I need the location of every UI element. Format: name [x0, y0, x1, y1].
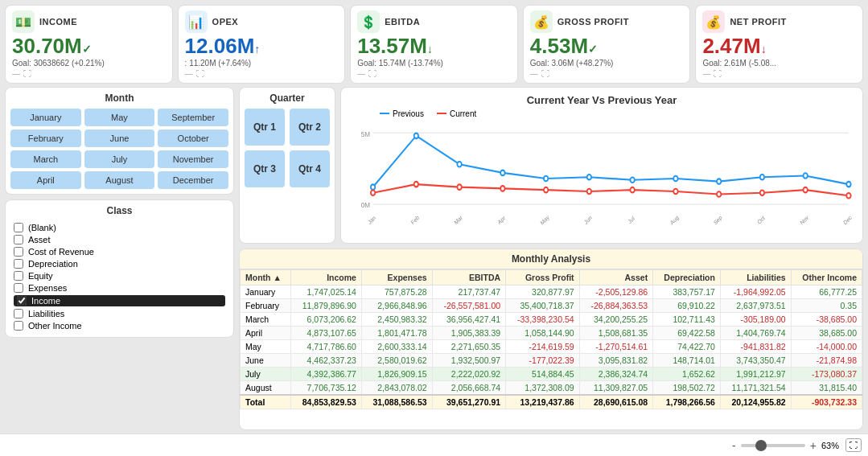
- expand-icon-grossprofit[interactable]: ⛶: [541, 69, 549, 78]
- row-value: 7,706,735.12: [291, 380, 362, 395]
- row-value: 217,737.47: [432, 285, 506, 298]
- class-checkbox-liabilities[interactable]: [14, 309, 23, 318]
- quarter-btn-qtr-4[interactable]: Qtr 4: [290, 150, 330, 187]
- svg-text:May: May: [540, 213, 551, 225]
- class-item-equity[interactable]: Equity: [14, 271, 225, 281]
- table-wrapper[interactable]: Month ▲IncomeExpensesEBITDAGross ProfitA…: [240, 269, 862, 429]
- fullscreen-button[interactable]: ⛶: [845, 438, 862, 452]
- month-btn-september[interactable]: September: [158, 109, 228, 126]
- zoom-controls: - + 63%: [732, 439, 839, 452]
- class-checkbox-cost-of-revenue[interactable]: [14, 247, 23, 257]
- row-value: 1,826,909.15: [361, 367, 432, 380]
- col-header-income[interactable]: Income: [291, 269, 362, 285]
- col-header-gross-profit[interactable]: Gross Profit: [506, 269, 580, 285]
- quarter-btn-qtr-3[interactable]: Qtr 3: [245, 150, 285, 187]
- zoom-out-button[interactable]: -: [732, 439, 736, 452]
- zoom-slider[interactable]: [741, 444, 805, 447]
- class-item-asset[interactable]: Asset: [14, 235, 225, 244]
- class-item-income[interactable]: Income: [14, 295, 225, 306]
- kpi-icon-income: 💵: [12, 10, 35, 33]
- quarter-btn-qtr-1[interactable]: Qtr 1: [245, 109, 285, 146]
- expand-icon-netprofit[interactable]: ⛶: [714, 69, 722, 78]
- kpi-icon-grossprofit: 💰: [530, 10, 553, 33]
- class-checkbox-blank[interactable]: [14, 223, 23, 232]
- month-btn-august[interactable]: August: [84, 171, 155, 189]
- month-btn-january[interactable]: January: [10, 109, 81, 126]
- row-value: 1,404,769.74: [720, 326, 791, 339]
- row-value: 757,875.28: [361, 285, 432, 298]
- month-btn-november[interactable]: November: [158, 150, 228, 168]
- col-header-depreciation[interactable]: Depreciation: [653, 269, 721, 285]
- minus-icon-grossprofit[interactable]: —: [530, 69, 538, 78]
- svg-point-19: [500, 170, 504, 175]
- col-header-other-income[interactable]: Other Income: [791, 269, 862, 285]
- col-header-asset[interactable]: Asset: [579, 269, 653, 285]
- quarter-btn-qtr-2[interactable]: Qtr 2: [290, 109, 330, 146]
- svg-point-34: [630, 187, 634, 193]
- col-header-liabilities[interactable]: Liabilities: [720, 269, 791, 285]
- kpi-icon-ebitda: 💲: [357, 10, 380, 33]
- class-checkbox-expenses[interactable]: [14, 283, 23, 293]
- month-btn-october[interactable]: October: [158, 129, 228, 147]
- class-item-liabilities[interactable]: Liabilities: [14, 309, 225, 318]
- row-value: -33,398,230.54: [506, 312, 580, 326]
- month-btn-february[interactable]: February: [10, 129, 81, 147]
- class-item-blank[interactable]: (Blank): [14, 223, 225, 232]
- svg-point-22: [630, 177, 634, 183]
- svg-point-17: [414, 133, 418, 138]
- svg-text:Feb: Feb: [410, 214, 420, 225]
- expand-icon-income[interactable]: ⛶: [23, 69, 31, 78]
- expand-icon-ebitda[interactable]: ⛶: [368, 69, 376, 78]
- minus-icon-income[interactable]: —: [12, 69, 20, 78]
- month-btn-march[interactable]: March: [10, 150, 81, 168]
- chart-legend: Previous Current: [380, 109, 856, 118]
- row-value: -173,080.37: [791, 367, 862, 380]
- row-value: 3,743,350.47: [720, 353, 791, 367]
- row-value: 11,309,827.05: [579, 380, 653, 395]
- month-btn-december[interactable]: December: [158, 171, 228, 189]
- month-btn-july[interactable]: July: [84, 150, 155, 168]
- svg-text:Nov: Nov: [799, 214, 809, 226]
- row-value: 2,600,333.14: [361, 339, 432, 353]
- class-checkbox-other-income[interactable]: [14, 321, 23, 331]
- row-value: 34,200,255.25: [579, 312, 653, 326]
- total-label: Total: [241, 395, 291, 409]
- class-checkbox-asset[interactable]: [14, 235, 23, 244]
- class-item-other-income[interactable]: Other Income: [14, 321, 225, 331]
- month-btn-may[interactable]: May: [84, 109, 155, 126]
- month-btn-april[interactable]: April: [10, 171, 81, 189]
- kpi-footer-ebitda: — ⛶: [357, 69, 511, 78]
- minus-icon-opex[interactable]: —: [185, 69, 193, 78]
- class-item-cost-of-revenue[interactable]: Cost of Revenue: [14, 247, 225, 257]
- row-value: 1,747,025.14: [291, 285, 362, 298]
- kpi-row: 💵 INCOME 30.70M✓ Goal: 30638662 (+0.21%)…: [0, 0, 868, 87]
- expand-icon-opex[interactable]: ⛶: [196, 69, 204, 78]
- row-value: 2,843,078.02: [361, 380, 432, 395]
- row-value: 69,910.22: [653, 298, 721, 312]
- svg-point-16: [371, 184, 375, 190]
- kpi-value-income: 30.70M✓: [12, 35, 166, 58]
- table-box: Monthly Analysis Month ▲IncomeExpensesEB…: [239, 249, 863, 430]
- kpi-action-icons-ebitda: — ⛶: [357, 69, 376, 78]
- row-value: 198,502.72: [653, 380, 721, 395]
- row-value: 66,777.25: [791, 285, 862, 298]
- zoom-in-button[interactable]: +: [810, 439, 817, 452]
- class-item-depreciation[interactable]: Depreciation: [14, 259, 225, 269]
- month-btn-june[interactable]: June: [84, 129, 155, 147]
- minus-icon-ebitda[interactable]: —: [357, 69, 365, 78]
- class-checkbox-depreciation[interactable]: [14, 259, 23, 269]
- col-header-ebitda[interactable]: EBITDA: [432, 269, 506, 285]
- class-label-blank: (Blank): [28, 223, 56, 232]
- row-value: 1,991,212.97: [720, 367, 791, 380]
- row-value: 2,271,650.35: [432, 339, 506, 353]
- legend-current-label: Current: [450, 109, 476, 118]
- class-checkbox-equity[interactable]: [14, 271, 23, 281]
- minus-icon-netprofit[interactable]: —: [702, 69, 710, 78]
- class-checkbox-income[interactable]: [17, 296, 27, 306]
- row-value: -941,831.82: [720, 339, 791, 353]
- col-header-expenses[interactable]: Expenses: [361, 269, 432, 285]
- svg-point-18: [457, 162, 461, 167]
- kpi-goal-opex: : 11.20M (+7.64%): [185, 59, 339, 68]
- class-item-expenses[interactable]: Expenses: [14, 283, 225, 293]
- col-header-month[interactable]: Month ▲: [241, 269, 291, 285]
